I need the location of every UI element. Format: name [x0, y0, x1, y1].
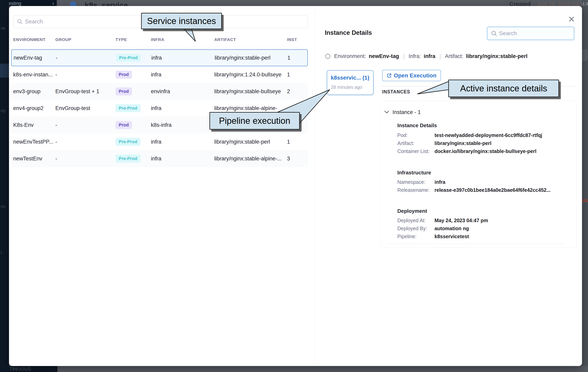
cell-group: -	[55, 139, 57, 145]
pipeline-value: k8sservicetest	[434, 234, 469, 239]
execution-name: k8sservic... (1)	[331, 75, 369, 81]
background-nav-text: TINUOUS	[9, 366, 57, 372]
cell-group: EnvGroup-test	[55, 105, 90, 111]
table-header-divider	[12, 46, 308, 47]
table-row[interactable]: k8s-env-instan... - Prod infra library/n…	[11, 66, 308, 83]
table-row[interactable]: newEnv-tag - Pre-Prod infra library/ngin…	[11, 49, 308, 66]
cell-inst: 1	[287, 139, 290, 145]
instances-section-label: INSTANCES	[382, 89, 410, 95]
artifact-label: Artifact:	[445, 53, 463, 59]
container-list-label: Container List:	[397, 148, 430, 154]
background-fragment: 1:3	[582, 2, 588, 6]
chevron-down-icon[interactable]	[384, 110, 389, 114]
artifact-value: library/nginx:stable-perl	[434, 140, 492, 146]
instance-details-title: Instance Details	[325, 29, 372, 36]
open-execution-label: Open Execution	[394, 72, 436, 79]
infrastructure-heading: Infrastructure	[397, 170, 431, 176]
background-top-bar: ⬢ k8s_service Created Aug 10, 2023 04:10…	[0, 0, 588, 6]
namespace-value: infra	[434, 179, 445, 185]
cell-environment: newEnv-tag	[14, 55, 42, 61]
artifact-value: library/nginx:stable-perl	[466, 53, 528, 59]
sidebar-fragment: ve	[1, 26, 5, 31]
sidebar-fragment: ep	[1, 108, 6, 113]
releasename-label: Releasename:	[397, 187, 430, 193]
cell-artifact: library/nginx:1.24.0-bullseye	[214, 72, 281, 78]
background-sidebar: ve ep nv t	[0, 0, 9, 372]
cell-group: -	[55, 122, 57, 128]
env-type-badge: Pre-Prod	[116, 155, 140, 163]
cell-artifact: library/nginx:stable-alpine-...	[214, 156, 282, 162]
cell-infra: k8s-infra	[151, 122, 172, 128]
env-type-badge: Pre-Prod	[116, 138, 140, 146]
cell-environment: newTestEnv	[13, 156, 42, 162]
cell-infra: envinfra	[151, 88, 170, 95]
instance-summary-line: ⬡ Environment: newEnv-tag | Infra: infra…	[325, 52, 527, 60]
env-type-badge: Prod	[116, 121, 132, 129]
pipeline-label: Pipeline:	[397, 234, 417, 239]
background-right-strip: 1:3 ou	[582, 0, 588, 372]
cell-infra: infra	[151, 55, 162, 61]
created-label: Created	[509, 1, 531, 6]
instance-search-input[interactable]: Search	[487, 27, 574, 40]
deployment-heading: Deployment	[397, 208, 427, 214]
namespace-label: Namespace:	[397, 179, 425, 185]
column-header-inst[interactable]: INST	[287, 37, 297, 42]
column-header-group[interactable]: GROUP	[55, 37, 71, 42]
cell-environment: K8s-Env	[13, 122, 34, 128]
cell-inst: 1	[287, 72, 290, 78]
deployed-at-value: May 24, 2023 04:47 pm	[434, 218, 488, 223]
search-icon	[491, 30, 497, 36]
chevron-right-icon: ›	[52, 0, 54, 6]
execution-time: 28 minutes ago	[331, 85, 362, 90]
cell-environment: k8s-env-instan...	[13, 72, 53, 78]
cell-group: -	[55, 72, 57, 78]
search-icon	[17, 19, 22, 24]
cell-artifact: library/nginx:stable-perl	[215, 55, 270, 61]
cell-infra: infra	[151, 156, 161, 162]
environment-value: newEnv-tag	[369, 53, 399, 59]
callout-service-instances: Service instances	[141, 13, 222, 29]
cell-group: -	[56, 55, 58, 61]
column-header-environment[interactable]: ENVIRONMENT	[13, 37, 46, 42]
service-hexagon-icon: ⬢	[70, 0, 77, 6]
card-bottom-divider	[386, 244, 566, 244]
panel-divider	[315, 8, 315, 364]
callout-active-instance-details: Active instance details	[448, 80, 559, 97]
releasename-value: release-e397c0b1bee184a0e2bae64f6fe42cc4…	[434, 187, 551, 193]
open-execution-button[interactable]: Open Execution	[382, 70, 441, 81]
cell-artifact: library/nginx:stable-bullseye	[214, 88, 281, 95]
column-header-infra[interactable]: INFRA	[151, 37, 164, 42]
instance-accordion-title[interactable]: Instance - 1	[393, 109, 421, 115]
sidebar-selected-item	[0, 64, 9, 77]
deployed-by-label: Deployed By:	[397, 226, 427, 231]
env-type-badge: Prod	[116, 71, 132, 79]
cell-environment: newEnvTestPP...	[13, 139, 53, 145]
column-header-artifact[interactable]: ARTIFACT	[214, 37, 236, 42]
table-row[interactable]: env3-group EnvGroup-test + 1 Prod envinf…	[11, 83, 308, 100]
env-type-badge: Pre-Prod	[116, 104, 140, 112]
execution-card[interactable]: k8sservic... (1) 28 minutes ago	[327, 70, 374, 95]
search-placeholder: Search	[499, 30, 517, 37]
cell-infra: infra	[151, 105, 161, 111]
table-row[interactable]: newEnvTestPP... - Pre-Prod infra library…	[11, 133, 308, 150]
cell-environment: env4-group2	[13, 105, 43, 111]
cell-infra: infra	[151, 72, 161, 78]
cell-group: -	[55, 156, 57, 162]
search-placeholder: Search	[25, 18, 43, 25]
background-button-fragment	[582, 50, 587, 60]
pod-label: Pod:	[397, 132, 408, 138]
environment-label: Environment:	[334, 53, 366, 59]
separator: |	[439, 53, 441, 60]
sidebar-fragment: nv	[1, 204, 5, 209]
cell-inst: 2	[287, 88, 290, 95]
cell-artifact: library/nginx:stable-perl	[214, 139, 270, 145]
close-icon[interactable]: ✕	[568, 14, 575, 24]
background-fragment: ou	[582, 197, 588, 203]
column-header-type[interactable]: TYPE	[116, 37, 127, 42]
background-bottom-bar: TINUOUS	[9, 366, 588, 372]
deployed-at-label: Deployed At:	[397, 218, 426, 223]
table-row[interactable]: newTestEnv - Pre-Prod infra library/ngin…	[11, 150, 308, 167]
deployed-by-value: automation ng	[434, 226, 469, 231]
infra-label: Infra:	[409, 53, 421, 59]
infra-value: infra	[424, 53, 435, 59]
